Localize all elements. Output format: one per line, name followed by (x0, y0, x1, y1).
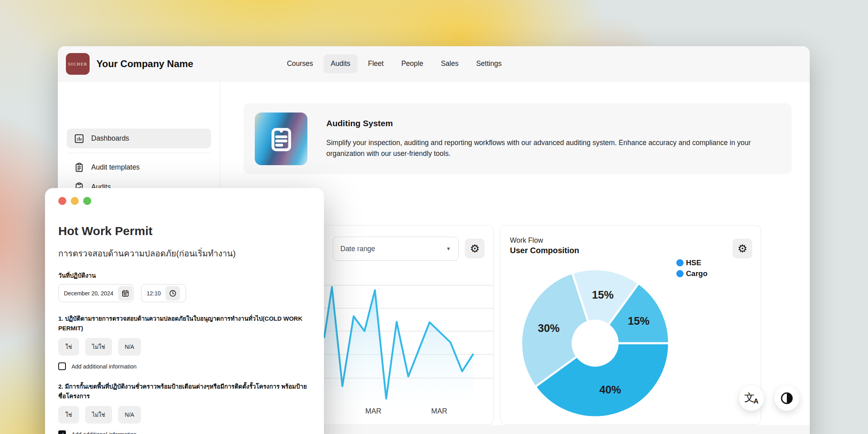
nav-tab-people[interactable]: People (394, 54, 431, 73)
auditing-system-banner: Auditing System Simplify your inspection… (244, 103, 792, 174)
contrast-icon (780, 391, 794, 405)
hot-work-permit-modal: Hot Work Permit การตรวจสอบด้านความปลอดภั… (45, 188, 324, 434)
close-window-button[interactable] (58, 197, 66, 205)
nav-tab-courses[interactable]: Courses (280, 54, 320, 73)
svg-text:30%: 30% (538, 322, 559, 334)
time-input[interactable]: 12:10 (141, 284, 186, 302)
company-logo[interactable]: SICHER (66, 53, 90, 75)
nav-tab-settings[interactable]: Settings (469, 54, 509, 73)
na-button[interactable]: N/A (118, 338, 141, 356)
contrast-toggle-button[interactable] (774, 386, 799, 411)
sidebar-item-label: Dashboards (91, 134, 129, 143)
clipboard-icon (266, 124, 296, 154)
checkbox-unchecked[interactable] (58, 362, 66, 370)
sidebar-item-audit-templates[interactable]: Audit templates (67, 158, 211, 177)
date-value: December 20, 2024 (64, 290, 113, 297)
banner-text: Auditing System Simplify your inspection… (326, 119, 780, 159)
yes-button[interactable]: ใช่ (58, 406, 79, 424)
zoom-window-button[interactable] (83, 197, 91, 205)
translate-icon: 文A (744, 392, 758, 405)
nav-tab-fleet[interactable]: Fleet (361, 54, 391, 73)
company-name: Your Company Name (96, 58, 193, 70)
svg-text:15%: 15% (592, 289, 614, 301)
x-axis-label: MAR (365, 407, 381, 416)
question-1-options: ใช่ ไม่ใช่ N/A (58, 338, 311, 356)
banner-description: Simplify your inspection, auditing and r… (326, 137, 780, 159)
question-2-options: ใช่ ไม่ใช่ N/A (58, 406, 311, 424)
no-button[interactable]: ไม่ใช่ (85, 338, 112, 356)
modal-title: Hot Work Permit (58, 224, 311, 238)
checkbox-label: Add additional information (72, 431, 137, 434)
time-value: 12:10 (147, 290, 161, 297)
checkbox-label: Add additional information (72, 363, 137, 370)
logo-text: SICHER (68, 61, 87, 66)
x-axis-label: MAR (431, 407, 447, 416)
clock-icon (169, 289, 177, 297)
minimize-window-button[interactable] (71, 197, 79, 205)
no-button[interactable]: ไม่ใช่ (85, 406, 112, 424)
question-1-text: 1. ปฏิบัติตามรายการตรวจสอบด้านความปลอดภั… (58, 314, 311, 333)
user-composition-panel: Work Flow User Composition ⚙ HSECargo 40… (500, 225, 761, 425)
sidebar-item-label: Audit templates (91, 163, 140, 172)
question-2-additional-info[interactable]: Add additional information (58, 430, 311, 434)
clipboard-icon (74, 162, 84, 173)
svg-text:40%: 40% (599, 384, 621, 396)
app-header: SICHER Your Company Name Courses Audits … (58, 46, 810, 82)
question-2-text: 2. มีการกั้นเขตพื้นที่ปฏิบัติงานชั่วคราว… (58, 382, 311, 401)
date-input[interactable]: December 20, 2024 (58, 284, 134, 302)
auditing-system-icon (255, 113, 307, 165)
calendar-icon (121, 289, 129, 297)
na-button[interactable]: N/A (118, 406, 141, 424)
nav-tab-audits[interactable]: Audits (323, 54, 358, 73)
banner-title: Auditing System (326, 119, 780, 128)
user-composition-donut-chart: 40%30%15%15% (500, 225, 761, 425)
main-nav: Courses Audits Fleet People Sales Settin… (280, 54, 509, 73)
trend-line-chart (322, 225, 494, 425)
translate-button[interactable]: 文A (739, 386, 764, 411)
modal-subtitle: การตรวจสอบด้านความปลอดภัย(ก่อนเริ่มทำงาน… (58, 247, 311, 260)
nav-tab-sales[interactable]: Sales (434, 54, 466, 73)
checkbox-checked[interactable] (58, 430, 66, 434)
calendar-button[interactable] (118, 286, 133, 301)
date-field-label: วันที่ปฏิบัติงาน (58, 271, 311, 280)
svg-text:15%: 15% (628, 315, 649, 327)
sidebar-item-dashboards[interactable]: Dashboards (67, 129, 211, 148)
window-controls (58, 197, 311, 205)
yes-button[interactable]: ใช่ (58, 338, 79, 356)
clock-button[interactable] (166, 286, 180, 301)
bar-chart-icon (74, 133, 84, 144)
sidebar-divider (68, 153, 210, 153)
question-1-additional-info[interactable]: Add additional information (58, 362, 311, 370)
date-time-row: December 20, 2024 12:10 (58, 284, 311, 302)
trend-chart-panel: Date range ▼ ⚙ MAR MAR (321, 225, 494, 425)
